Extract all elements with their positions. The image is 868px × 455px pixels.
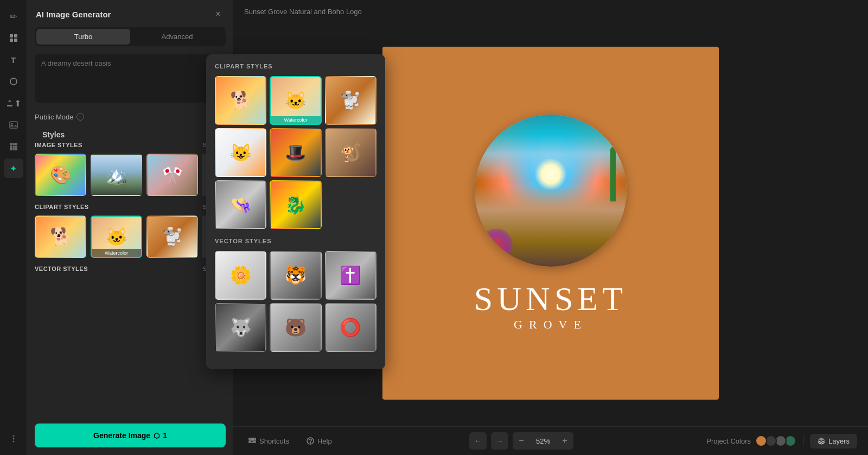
clipart-styles-header: CLIPART STYLES Show All bbox=[35, 204, 226, 210]
clipart-thumb-cat-watercolor[interactable]: 🐱 Watercolor bbox=[91, 216, 142, 258]
image-styles-header: IMAGE STYLES Show All bbox=[35, 142, 226, 148]
close-button[interactable]: × bbox=[212, 8, 225, 21]
popup-item-beagle[interactable]: 🐩 bbox=[325, 76, 376, 125]
clipart-img-beagle: 🐩 bbox=[148, 217, 197, 257]
undo-button[interactable]: ← bbox=[469, 432, 487, 450]
image-styles-thumbs: 🎨 🏔️ 🎌 › bbox=[35, 154, 226, 196]
svg-rect-21 bbox=[253, 438, 256, 440]
redo-button[interactable]: → bbox=[491, 432, 508, 450]
clipart-popup: CLIPART STYLES 🐕 🐱 Watercolor 🐩 😺 🎩 🐒 👒 … bbox=[206, 54, 385, 369]
bottom-left: Shortcuts Help bbox=[244, 435, 336, 447]
style-img-mountain: 🏔️ bbox=[92, 155, 141, 195]
help-button[interactable]: Help bbox=[302, 435, 336, 447]
style-img-colorful: 🎨 bbox=[36, 155, 85, 195]
panel-header: AI Image Generator × bbox=[27, 0, 233, 27]
sidebar-icon-image[interactable] bbox=[4, 115, 23, 135]
popup-item-circle[interactable]: ⭕ bbox=[325, 303, 376, 352]
public-mode-label: Public Mode i bbox=[35, 113, 84, 121]
generate-credit-icon: ⬡ bbox=[154, 432, 159, 440]
popup-item-tiger[interactable]: 🐯 bbox=[270, 251, 321, 300]
clipart-thumb-dog[interactable]: 🐕 bbox=[35, 216, 86, 258]
sidebar-icon-text[interactable]: T bbox=[4, 50, 23, 69]
popup-item-monkey[interactable]: 🐒 bbox=[325, 128, 376, 177]
sidebar-icon-upload[interactable]: ⬆ bbox=[4, 93, 23, 113]
generate-label: Generate Image bbox=[93, 431, 150, 440]
popup-item-wolf[interactable]: 🐺 bbox=[215, 303, 266, 352]
style-thumb-colorful[interactable]: 🎨 bbox=[35, 154, 86, 196]
ai-image-generator-panel: AI Image Generator × Turbo Advanced ⬡ Pu… bbox=[27, 0, 233, 455]
style-thumb-mountain[interactable]: 🏔️ bbox=[91, 154, 142, 196]
popup-item-dog[interactable]: 🐕 bbox=[215, 76, 266, 125]
popup-item-man[interactable]: 🎩 bbox=[270, 128, 321, 177]
vector-styles-section: VECTOR STYLES Show All bbox=[27, 266, 233, 285]
zoom-in-button[interactable]: + bbox=[556, 432, 573, 450]
popup-item-jesus[interactable]: ✝️ bbox=[325, 251, 376, 300]
zoom-value: 52% bbox=[530, 437, 556, 445]
divider bbox=[803, 435, 803, 446]
svg-rect-22 bbox=[249, 441, 250, 443]
svg-rect-7 bbox=[10, 143, 12, 145]
left-sidebar: ✏ T ⬆ ✦ bbox=[0, 0, 27, 455]
color-swatch-1[interactable] bbox=[755, 435, 767, 447]
shortcuts-button[interactable]: Shortcuts bbox=[244, 435, 293, 447]
bottom-bar: Shortcuts Help ← → − 52% + Project Color… bbox=[233, 426, 868, 455]
clipart-thumb-beagle[interactable]: 🐩 bbox=[146, 216, 198, 258]
prompt-input[interactable] bbox=[41, 59, 219, 92]
public-mode-row: Public Mode i bbox=[27, 109, 233, 130]
canvas-title: Sunset Grove Natural and Boho Logo bbox=[233, 0, 868, 20]
svg-point-17 bbox=[12, 438, 14, 440]
layers-button[interactable]: Layers bbox=[810, 434, 857, 448]
svg-rect-24 bbox=[254, 441, 256, 443]
sidebar-icon-shapes[interactable] bbox=[4, 72, 23, 91]
generate-button[interactable]: Generate Image ⬡ 1 bbox=[35, 424, 226, 447]
svg-rect-10 bbox=[10, 146, 12, 148]
image-styles-title: IMAGE STYLES bbox=[35, 142, 82, 148]
bottom-center: ← → − 52% + bbox=[469, 432, 573, 450]
help-icon bbox=[307, 437, 314, 445]
clipart-styles-title: CLIPART STYLES bbox=[35, 204, 89, 210]
tab-turbo[interactable]: Turbo bbox=[36, 29, 130, 45]
popup-item-cat-watercolor[interactable]: 🐱 Watercolor bbox=[270, 76, 321, 125]
tab-advanced[interactable]: Advanced bbox=[130, 29, 224, 45]
info-icon[interactable]: i bbox=[76, 113, 84, 121]
canvas-card: SUNSET GROVE bbox=[382, 47, 719, 400]
clipart-styles-section: CLIPART STYLES Show All 🐕 🐱 Watercolor 🐩… bbox=[27, 204, 233, 266]
sidebar-icon-grid[interactable] bbox=[4, 137, 23, 156]
sidebar-icon-more[interactable] bbox=[4, 429, 23, 448]
svg-rect-0 bbox=[10, 34, 13, 37]
svg-rect-20 bbox=[252, 438, 253, 440]
popup-item-flower[interactable]: 🌼 bbox=[215, 251, 266, 300]
zoom-out-button[interactable]: − bbox=[513, 432, 530, 450]
tab-bar: Turbo Advanced bbox=[35, 27, 226, 46]
popup-item-dragon[interactable]: 🐉 bbox=[270, 180, 321, 229]
popup-item-cat2[interactable]: 😺 bbox=[215, 128, 266, 177]
style-thumb-anime[interactable]: 🎌 bbox=[146, 154, 198, 196]
sidebar-icon-ai[interactable]: ✦ bbox=[4, 159, 23, 178]
shortcuts-icon bbox=[248, 437, 256, 445]
vector-styles-header: VECTOR STYLES Show All bbox=[35, 266, 226, 272]
svg-rect-1 bbox=[14, 34, 17, 37]
sidebar-icon-layout[interactable] bbox=[4, 28, 23, 48]
svg-rect-9 bbox=[15, 143, 17, 145]
popup-item-bear[interactable]: 🐻 bbox=[270, 303, 321, 352]
popup-item-label-watercolor: Watercolor bbox=[271, 116, 320, 124]
svg-rect-13 bbox=[10, 148, 12, 150]
svg-rect-12 bbox=[15, 146, 17, 148]
svg-point-16 bbox=[12, 435, 14, 437]
svg-rect-5 bbox=[10, 122, 17, 128]
layers-icon bbox=[818, 437, 825, 445]
svg-rect-23 bbox=[251, 441, 254, 443]
svg-point-26 bbox=[310, 443, 310, 443]
vector-popup-title: VECTOR STYLES bbox=[215, 238, 376, 244]
clipart-img-dog: 🐕 bbox=[36, 217, 85, 257]
popup-item-woman[interactable]: 👒 bbox=[215, 180, 266, 229]
vector-popup-grid: 🌼 🐯 ✝️ 🐺 🐻 ⭕ bbox=[215, 251, 376, 352]
logo-text-sunset: SUNSET bbox=[474, 282, 627, 315]
clipart-popup-title: CLIPART STYLES bbox=[215, 63, 376, 69]
help-label: Help bbox=[317, 437, 332, 445]
sidebar-icon-edit[interactable]: ✏ bbox=[4, 7, 23, 26]
svg-rect-3 bbox=[14, 39, 17, 42]
clipart-popup-grid-1: 🐕 🐱 Watercolor 🐩 😺 🎩 🐒 👒 🐉 bbox=[215, 76, 376, 229]
image-styles-section: IMAGE STYLES Show All 🎨 🏔️ 🎌 › bbox=[27, 142, 233, 204]
svg-rect-2 bbox=[10, 39, 13, 42]
